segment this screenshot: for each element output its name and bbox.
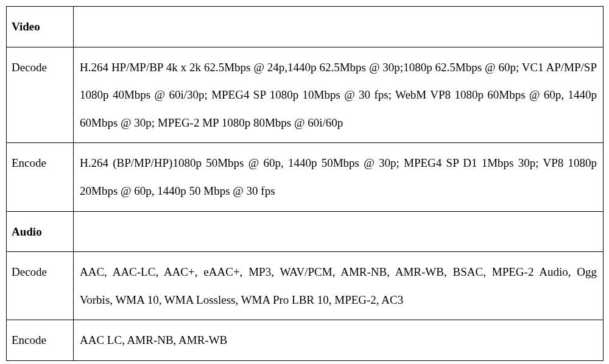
table-row: Decode H.264 HP/MP/BP 4k x 2k 62.5Mbps @…: [7, 47, 604, 143]
table-row: Decode AAC, AAC-LC, AAC+, eAAC+, MP3, WA…: [7, 252, 604, 320]
row-content-video-encode: H.264 (BP/MP/HP)1080p 50Mbps @ 60p, 1440…: [74, 143, 604, 211]
table-row: Audio: [7, 211, 604, 252]
row-content-audio-decode: AAC, AAC-LC, AAC+, eAAC+, MP3, WAV/PCM, …: [74, 252, 604, 320]
row-content-video: [74, 7, 604, 47]
row-label-video: Video: [7, 7, 74, 47]
row-content-audio-encode: AAC LC, AMR-NB, AMR-WB: [74, 320, 604, 361]
row-content-video-decode: H.264 HP/MP/BP 4k x 2k 62.5Mbps @ 24p,14…: [74, 47, 604, 143]
row-label-audio-encode: Encode: [7, 320, 74, 361]
row-label-audio: Audio: [7, 211, 74, 252]
table-row: Encode H.264 (BP/MP/HP)1080p 50Mbps @ 60…: [7, 143, 604, 211]
table-row: Video: [7, 7, 604, 47]
row-content-audio: [74, 211, 604, 252]
codec-spec-table: Video Decode H.264 HP/MP/BP 4k x 2k 62.5…: [6, 6, 604, 361]
table-row: Encode AAC LC, AMR-NB, AMR-WB: [7, 320, 604, 361]
row-label-video-decode: Decode: [7, 47, 74, 143]
row-label-video-encode: Encode: [7, 143, 74, 211]
row-label-audio-decode: Decode: [7, 252, 74, 320]
